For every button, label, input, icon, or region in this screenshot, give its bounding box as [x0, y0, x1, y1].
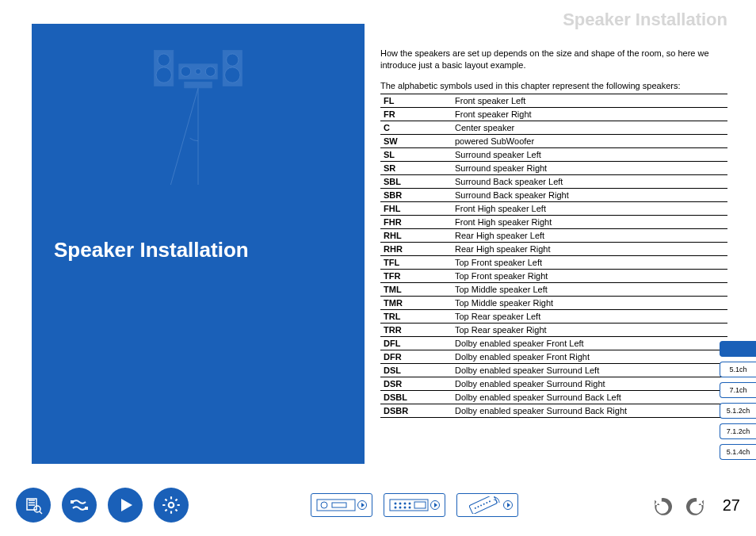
speaker-name: Center speaker: [452, 121, 727, 135]
tab-5.1.4ch[interactable]: 5.1.4ch: [720, 444, 756, 460]
svg-rect-16: [85, 507, 88, 510]
svg-point-9: [205, 67, 215, 76]
table-row: SLSurround speaker Left: [380, 148, 727, 162]
settings-button[interactable]: [154, 488, 189, 523]
svg-point-36: [486, 502, 488, 504]
speaker-code: FL: [380, 94, 452, 108]
speaker-name: Dolby enabled speaker Surround Back Righ…: [452, 404, 727, 418]
svg-line-11: [170, 88, 198, 185]
illustration-panel: Speaker Installation: [32, 24, 365, 464]
speaker-code: FR: [380, 108, 452, 121]
prev-icon: [653, 495, 674, 515]
tab-5.1ch[interactable]: 5.1ch: [720, 362, 756, 377]
svg-point-4: [227, 54, 239, 66]
svg-point-5: [225, 67, 240, 82]
tab-5.1.2ch[interactable]: 5.1.2ch: [720, 403, 756, 419]
table-row: DFLDolby enabled speaker Front Left: [380, 337, 727, 350]
bottom-toolbar: 27: [16, 485, 740, 525]
table-row: TFRTop Front speaker Right: [380, 270, 727, 283]
speaker-name: Top Front speaker Left: [452, 256, 727, 270]
arrow-icon: [430, 500, 440, 510]
table-row: DSBRDolby enabled speaker Surround Back …: [380, 404, 727, 418]
table-row: CCenter speaker: [380, 121, 727, 135]
speaker-name: Top Rear speaker Left: [452, 310, 727, 324]
table-row: TRRTop Rear speaker Right: [380, 324, 727, 337]
intro-p2: The alphabetic symbols used in this chap…: [380, 80, 729, 92]
speaker-code: FHL: [380, 202, 452, 216]
speaker-name: Front speaker Right: [452, 108, 727, 121]
connections-button[interactable]: [62, 488, 97, 523]
speaker-name: Top Front speaker Right: [452, 270, 727, 283]
table-row: FRFront speaker Right: [380, 108, 727, 121]
speaker-code: SBR: [380, 189, 452, 202]
svg-point-37: [489, 500, 491, 503]
svg-point-25: [409, 503, 411, 505]
table-row: SBRSurround Back speaker Right: [380, 189, 727, 202]
speaker-name: Front High speaker Right: [452, 216, 727, 229]
svg-point-8: [196, 69, 201, 75]
speaker-name: Dolby enabled speaker Surround Right: [452, 377, 727, 391]
page: Speaker Installation: [0, 0, 756, 536]
speaker-code: SR: [380, 162, 452, 175]
page-number: 27: [723, 496, 740, 515]
table-row: TFLTop Front speaker Left: [380, 256, 727, 270]
tab-7.1.2ch[interactable]: 7.1.2ch: [720, 423, 756, 439]
manual-icon: [24, 496, 43, 515]
table-row: SRSurround speaker Right: [380, 162, 727, 175]
intro-text: How the speakers are set up depends on t…: [380, 48, 729, 100]
table-row: FHLFront High speaker Left: [380, 202, 727, 216]
receiver-front-icon: [316, 497, 356, 513]
svg-point-35: [483, 503, 485, 505]
speaker-name: Surround Back speaker Right: [452, 189, 727, 202]
svg-point-33: [477, 506, 479, 508]
speaker-name: Dolby enabled speaker Front Left: [452, 337, 727, 350]
next-page-button[interactable]: [683, 493, 707, 517]
speaker-code: DSL: [380, 364, 452, 377]
speaker-name: Top Middle speaker Left: [452, 283, 727, 297]
speaker-code: TRR: [380, 324, 452, 337]
next-icon: [685, 495, 705, 515]
svg-rect-31: [469, 496, 498, 514]
remote-icon: [462, 496, 502, 514]
svg-point-32: [475, 507, 477, 509]
table-row: TMLTop Middle speaker Left: [380, 283, 727, 297]
speaker-name: Front High speaker Left: [452, 202, 727, 216]
speaker-code: TRL: [380, 310, 452, 324]
arrow-icon: [357, 500, 367, 510]
svg-point-27: [399, 507, 402, 509]
table-row: SBLSurround Back speaker Left: [380, 175, 727, 189]
panel-heading: Speaker Installation: [54, 238, 249, 262]
svg-point-1: [158, 54, 170, 66]
svg-point-19: [321, 502, 327, 508]
speaker-code: SW: [380, 135, 452, 148]
svg-point-7: [181, 67, 190, 76]
play-button[interactable]: [108, 488, 143, 523]
remote-button[interactable]: [456, 493, 518, 517]
prev-page-button[interactable]: [651, 493, 675, 517]
tab-7.1ch[interactable]: 7.1ch: [720, 382, 756, 398]
receiver-back-button[interactable]: [384, 493, 445, 517]
table-row: RHRRear High speaker Right: [380, 243, 727, 256]
svg-point-24: [404, 503, 407, 505]
speaker-code: TMR: [380, 297, 452, 310]
page-nav: 27: [651, 493, 740, 517]
speaker-code: DSBL: [380, 391, 452, 404]
svg-point-29: [409, 507, 411, 509]
speaker-name: Front speaker Left: [452, 94, 727, 108]
receiver-front-button[interactable]: [311, 493, 372, 517]
svg-line-14: [40, 511, 42, 514]
cables-icon: [70, 496, 89, 515]
speaker-name: Rear High speaker Left: [452, 229, 727, 243]
speaker-name: Surround speaker Right: [452, 162, 727, 175]
speaker-code: RHL: [380, 229, 452, 243]
speaker-code: DFL: [380, 337, 452, 350]
speaker-code: RHR: [380, 243, 452, 256]
svg-point-2: [156, 67, 171, 82]
table-row: DSRDolby enabled speaker Surround Right: [380, 377, 727, 391]
manual-button[interactable]: [16, 488, 51, 523]
speaker-code: DSBR: [380, 404, 452, 418]
tab-current[interactable]: [720, 341, 756, 357]
speaker-name: Surround Back speaker Left: [452, 175, 727, 189]
svg-rect-20: [332, 503, 346, 507]
svg-point-26: [395, 507, 397, 509]
